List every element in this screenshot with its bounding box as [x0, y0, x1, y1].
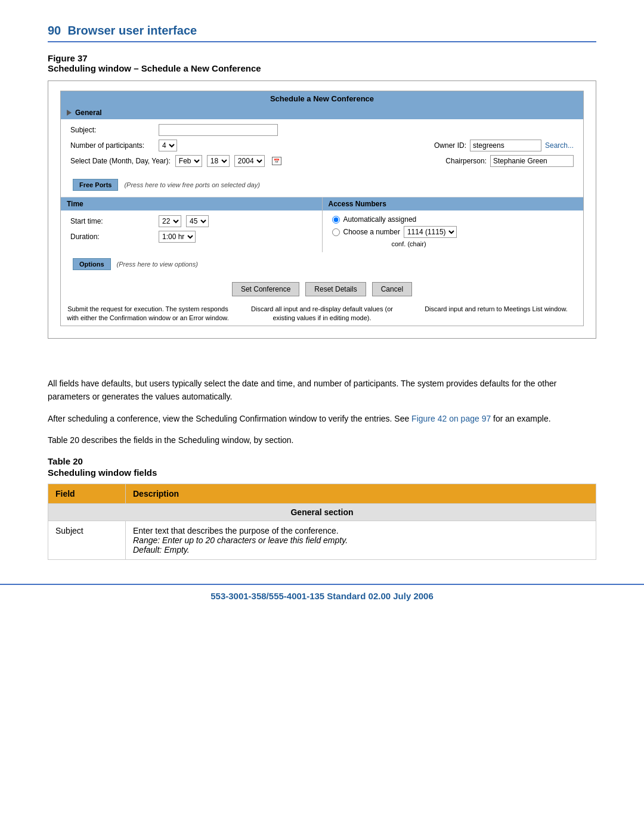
time-label: Time [67, 200, 83, 208]
set-conf-annotation: Submit the request for execution. The sy… [67, 305, 229, 323]
table-section: Table 20 Scheduling window fields Field … [48, 456, 596, 560]
search-link[interactable]: Search... [545, 141, 574, 150]
subject-row: Subject: [70, 124, 574, 136]
duration-select[interactable]: 1:00 hr [159, 231, 196, 243]
participants-row: Number of participants: 4 Owner ID: Sear… [70, 140, 574, 151]
table-label: Table 20 [48, 456, 596, 466]
general-section-header: General [61, 106, 583, 119]
start-time-row: Start time: 22 45 [70, 215, 312, 227]
options-button[interactable]: Options [73, 258, 111, 270]
date-row: Select Date (Month, Day, Year): Feb 18 2… [70, 155, 574, 167]
col-field-header: Field [48, 484, 126, 504]
figure-label: Figure 37 [48, 53, 596, 63]
owner-id-input[interactable] [470, 140, 541, 151]
free-ports-row: Free Ports (Press here to view free port… [61, 175, 583, 194]
month-select[interactable]: Feb [175, 155, 202, 167]
choose-number-radio[interactable] [332, 228, 340, 236]
paragraph-2-after: for an example. [491, 414, 550, 423]
access-label: Access Numbers [329, 200, 386, 208]
auto-assign-label: Automatically assigned [343, 215, 417, 224]
general-form-body: Subject: Number of participants: 4 Owner… [61, 119, 583, 175]
start-hour-select[interactable]: 22 [159, 215, 181, 227]
choose-number-row: Choose a number 1114 (1115) [332, 226, 574, 238]
auto-assign-radio[interactable] [332, 216, 340, 224]
paragraph-2-before: After scheduling a conference, view the … [48, 414, 411, 423]
schedule-form-title: Schedule a New Conference [61, 91, 583, 106]
time-section: Time Start time: 22 45 Duration: 1:00 hr [61, 197, 323, 252]
free-ports-hint: (Press here to view free ports on select… [124, 181, 259, 188]
paragraph-1: All fields have defaults, but users typi… [48, 377, 596, 404]
choose-number-label: Choose a number [343, 228, 400, 236]
start-min-select[interactable]: 45 [186, 215, 209, 227]
paragraph-3: Table 20 describes the fields in the Sch… [48, 433, 596, 447]
two-col-section: Time Start time: 22 45 Duration: 1:00 hr [61, 197, 583, 252]
paragraph-2: After scheduling a conference, view the … [48, 412, 596, 425]
calendar-icon[interactable]: 📅 [272, 157, 281, 165]
figure-box: Schedule a New Conference General Subjec… [48, 80, 596, 339]
access-section-header: Access Numbers [323, 197, 584, 210]
number-select[interactable]: 1114 (1115) [404, 226, 457, 238]
page-header: 90 Browser user interface [48, 24, 596, 42]
duration-label: Duration: [70, 233, 154, 241]
subject-input[interactable] [159, 124, 278, 136]
owner-section: Owner ID: Search... [419, 140, 574, 151]
general-section-row: General section [48, 504, 596, 521]
day-select[interactable]: 18 [207, 155, 230, 167]
reset-details-button[interactable]: Reset Details [305, 282, 366, 296]
year-select[interactable]: 2004 [234, 155, 265, 167]
cancel-annotation: Discard input and return to Meetings Lis… [415, 305, 577, 323]
col-desc-header: Description [126, 484, 596, 504]
action-buttons-row: Set Conference Reset Details Cancel [61, 276, 583, 300]
options-row: Options (Press here to view options) [61, 255, 583, 274]
general-section-label: General [75, 109, 102, 117]
participants-label: Number of participants: [70, 141, 154, 150]
general-section-cell: General section [48, 504, 596, 521]
scheduling-table: Field Description General section Subjec… [48, 484, 596, 560]
options-hint: (Press here to view options) [117, 261, 198, 268]
participants-select[interactable]: 4 [159, 140, 177, 151]
arrow-icon [67, 110, 72, 116]
footer-text: 553-3001-358/555-4001-135 Standard 02.00… [210, 591, 434, 601]
figure-42-link[interactable]: Figure 42 on page 97 [411, 414, 491, 423]
subject-label: Subject: [70, 126, 154, 134]
duration-row: Duration: 1:00 hr [70, 231, 312, 243]
page-footer: 553-3001-358/555-4001-135 Standard 02.00… [0, 584, 644, 607]
reset-annotation: Discard all input and re-display default… [241, 305, 403, 323]
conf-chair-label: conf. (chair) [332, 240, 574, 247]
chairperson-label: Chairperson: [439, 157, 487, 165]
cancel-button[interactable]: Cancel [372, 282, 412, 296]
chairperson-input[interactable] [490, 155, 574, 167]
figure-title: Scheduling window – Schedule a New Confe… [48, 63, 596, 73]
figure-annotations: Submit the request for execution. The sy… [61, 300, 583, 326]
auto-assign-row: Automatically assigned [332, 215, 574, 224]
start-time-label: Start time: [70, 217, 154, 225]
subject-desc-line3: Default: Empty. [133, 545, 190, 555]
free-ports-button[interactable]: Free Ports [73, 179, 118, 191]
page-title: 90 Browser user interface [48, 24, 596, 38]
table-row: Subject Enter text that describes the pu… [48, 521, 596, 560]
subject-desc-line1: Enter text that describes the purpose of… [133, 526, 339, 535]
chairperson-section: Chairperson: [439, 155, 574, 167]
date-label: Select Date (Month, Day, Year): [70, 157, 171, 165]
access-body: Automatically assigned Choose a number 1… [323, 210, 584, 252]
body-text: All fields have defaults, but users typi… [48, 377, 596, 447]
time-body: Start time: 22 45 Duration: 1:00 hr [61, 210, 322, 251]
subject-desc-line2: Range: Enter up to 20 characters or leav… [133, 535, 348, 545]
subject-field-cell: Subject [48, 521, 126, 560]
set-conference-button[interactable]: Set Conference [232, 282, 299, 296]
owner-id-label: Owner ID: [419, 141, 466, 150]
access-section: Access Numbers Automatically assigned Ch… [323, 197, 584, 252]
subject-desc-cell: Enter text that describes the purpose of… [126, 521, 596, 560]
time-section-header: Time [61, 197, 322, 210]
schedule-form: Schedule a New Conference General Subjec… [60, 91, 584, 326]
figure-caption: Figure 37 Scheduling window – Schedule a… [48, 53, 596, 73]
table-title: Scheduling window fields [48, 467, 596, 478]
